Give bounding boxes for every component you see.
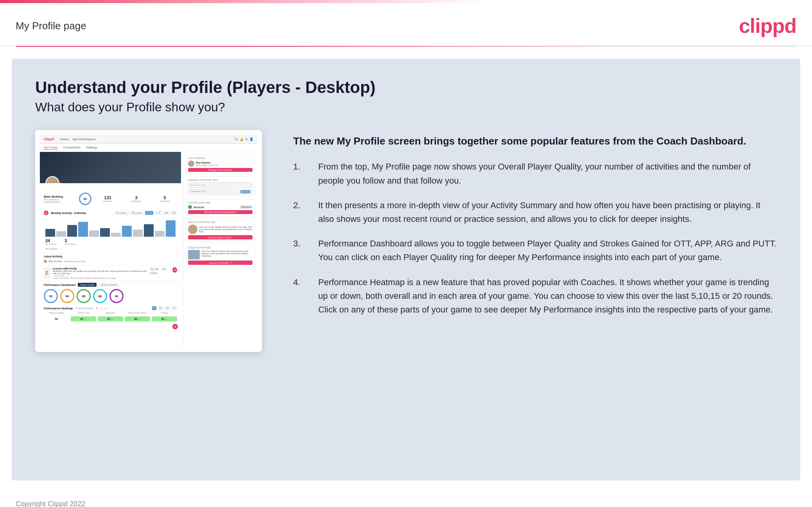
toggle-1m[interactable]: 1M — [171, 211, 177, 215]
mockup-container: clippd Home My Performance 🔍 🔔 ⚙ 👤 My Pr… — [35, 130, 262, 352]
toggle-off-course[interactable]: Off-course — [130, 211, 144, 215]
nav-home: Home — [61, 137, 69, 141]
heatmap-values-row: 92 90 ↓↑ 85 ↓↑ 86 ↓↑ 96 ↓↑ — [40, 315, 181, 323]
heatmap-10[interactable]: 10 — [158, 306, 163, 310]
heatmap-header-ott: Off the Tee — [71, 312, 96, 314]
activities-stat: 131 Activities — [95, 195, 120, 202]
trackman-link-text: Trackman Link — [190, 190, 206, 193]
heatmap-badge: 4 — [172, 324, 178, 329]
activity-text: Blair McHarg — [48, 260, 62, 262]
activities-lbl: Activities — [95, 200, 120, 202]
trend-down: ▼ — [96, 307, 98, 309]
mockup-column: clippd Home My Performance 🔍 🔔 ⚙ 👤 My Pr… — [35, 130, 262, 352]
lesson-block: 🏌 Lesson with Ferdy Nothing to feel like… — [40, 266, 181, 281]
intro-bold-text: The new My Profile screen brings togethe… — [293, 134, 777, 148]
coach-avatar — [188, 161, 194, 167]
bar-3 — [67, 225, 77, 237]
lesson-meta: Lesson ● [4:48 - 00:20 mins] ● Videos an… — [53, 277, 148, 279]
page-title: My Profile page — [16, 20, 86, 32]
heatmap-label: Performance Heatmap — [44, 307, 73, 310]
off-course-stat: 3 Off Course — [65, 238, 76, 245]
two-column-layout: clippd Home My Performance 🔍 🔔 ⚙ 👤 My Pr… — [35, 130, 777, 352]
heatmap-15[interactable]: 15 — [165, 306, 170, 310]
list-item-3-text: Performance Dashboard allows you to togg… — [318, 237, 777, 264]
arccos-row: Arccos Disconnect — [188, 205, 253, 209]
ring-putting[interactable]: 96 — [109, 289, 124, 303]
player-quality-toggle[interactable]: Player Quality — [78, 283, 96, 287]
profile-name: Blair McHarg — [44, 195, 75, 198]
toggle-1yr[interactable]: 1 Yr — [154, 211, 162, 215]
list-item-1: From the top, My Profile page now shows … — [293, 160, 777, 187]
settings-icon: ⚙ — [245, 137, 248, 141]
bar-4 — [78, 222, 88, 237]
subnav-settings[interactable]: Settings — [86, 146, 97, 150]
subnav-connections[interactable]: Connections — [63, 146, 81, 150]
arccos-name: Arccos — [194, 205, 204, 209]
ring-off-tee[interactable]: 90 — [60, 289, 74, 303]
ring-approach[interactable]: 85 — [77, 289, 91, 303]
toggle-on-course[interactable]: On-course — [115, 211, 129, 215]
right-panel: Your Coaches Dan Davies Barrowgate Golf … — [183, 152, 257, 347]
activity-row-1: Blair McHarg something something — [44, 259, 177, 264]
bar-1 — [45, 229, 55, 237]
manage-integrations-btn[interactable]: Manage Your Data Integrations — [188, 210, 253, 214]
all-activities-link[interactable]: All Activities — [44, 247, 177, 251]
heatmap-5[interactable]: 5 — [152, 306, 156, 310]
profile-location: United Kingdom — [44, 201, 75, 203]
performance-rings: 92 90 85 86 96 — [40, 287, 181, 305]
lesson-info: Lesson with Ferdy Nothing to feel like m… — [53, 267, 148, 279]
heatmap-20[interactable]: 20 — [171, 306, 177, 310]
heatmap-atg[interactable]: 86 ↓↑ — [125, 316, 150, 321]
bar-2 — [56, 231, 66, 237]
trackman-add-btn[interactable]: Add Link — [240, 190, 250, 193]
bell-icon: 🔔 — [240, 137, 244, 141]
manage-coaches-btn[interactable]: Manage Your Coaches — [188, 168, 253, 172]
ring-around-green[interactable]: 86 — [93, 289, 107, 303]
trackman-box: Upload a Trackman Test Trackman Link Tra… — [186, 176, 255, 197]
launch-community-btn[interactable]: Launch Community ↗ — [188, 261, 253, 265]
community-content: Visit the Clippd Community and discover … — [188, 250, 253, 259]
banner-image — [40, 152, 181, 183]
ring-overall[interactable]: 92 — [44, 289, 58, 303]
user-icon: 👤 — [249, 137, 253, 141]
heatmap-app[interactable]: 85 ↓↑ — [98, 316, 123, 321]
heatmap-header-atg: Around the Green — [125, 312, 150, 314]
coach-name: Dan Davies — [196, 161, 218, 164]
list-item-3: Performance Dashboard allows you to togg… — [293, 237, 777, 264]
trackman-input[interactable]: Trackman Link — [188, 182, 253, 188]
community-text: Visit the Clippd Community and discover … — [201, 250, 253, 259]
profile-name-area: Blair McHarg Plus Handicap United Kingdo… — [44, 195, 75, 203]
strokes-gained-toggle[interactable]: Strokes Gained — [99, 283, 119, 287]
disconnect-btn[interactable]: Disconnect — [240, 205, 253, 209]
lesson-sub: Nothing to feel like my targets are work… — [53, 270, 148, 275]
toggle-6m[interactable]: 6M — [163, 211, 169, 215]
followers-stat: 3 Followers — [124, 195, 149, 202]
performance-dashboard-section: Performance Dashboard Player Quality Str… — [40, 281, 181, 305]
activity-detail: something something — [64, 260, 86, 262]
heatmap-putt[interactable]: 96 ↓↑ — [152, 316, 177, 321]
heatmap-col-headers: Player Quality Off the Tee Approach Arou… — [40, 311, 181, 315]
launch-capture-btn[interactable]: Launch Capture App ↗ — [188, 235, 253, 239]
toggle-5yrs[interactable]: 5 Yrs — [145, 211, 154, 215]
trend-line: ━ — [100, 307, 102, 310]
perf-header-row: Performance Dashboard Player Quality Str… — [40, 281, 181, 287]
connect-box: Connect your data Arccos Disconnect Mana… — [186, 199, 255, 216]
activity-dot — [44, 260, 47, 263]
mockup-brand: clippd — [44, 137, 54, 141]
activities-val: 131 — [95, 195, 120, 200]
heatmap-pq[interactable]: 92 — [44, 316, 69, 321]
coach-club: Barrowgate Golf Club — [196, 164, 218, 166]
off-course-val: 3 — [65, 238, 76, 243]
text-column: The new My Profile screen brings togethe… — [293, 130, 777, 327]
heatmap-ott[interactable]: 90 ↓↑ — [71, 316, 96, 321]
community-img — [188, 250, 200, 259]
main-col-inner: 1 Blair McHarg Plus Handicap United King… — [40, 152, 181, 330]
search-icon: 🔍 — [234, 137, 238, 141]
quality-ring[interactable]: 92 — [79, 193, 91, 205]
subnav-profile[interactable]: My Profile — [44, 146, 58, 150]
following-val: 5 — [152, 195, 177, 200]
main-heading: Understand your Profile (Players - Deskt… — [35, 78, 777, 97]
nav-performance: My Performance — [73, 137, 96, 141]
sub-heading: What does your Profile show you? — [35, 100, 777, 114]
arccos-dot — [188, 205, 192, 209]
